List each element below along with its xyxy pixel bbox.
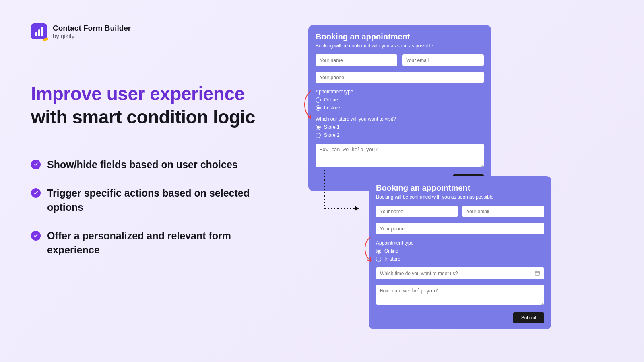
bullet-text: Show/hide fields based on user choices — [47, 158, 238, 172]
bullet-text: Offer a personalized and relevant form e… — [47, 229, 277, 257]
brand-byline: by qikify — [53, 33, 131, 39]
check-icon — [31, 188, 41, 198]
email-input[interactable] — [402, 54, 484, 66]
appointment-type-label: Appointment type — [316, 89, 484, 95]
headline-accent: Improve user experience — [31, 83, 285, 105]
brand-logo-icon — [31, 23, 47, 39]
radio-icon — [316, 105, 321, 111]
radio-store2[interactable]: Store 2 — [316, 132, 484, 138]
resize-handle-icon — [479, 164, 483, 167]
check-icon — [31, 231, 41, 241]
radio-icon — [316, 97, 321, 103]
feature-bullets: Show/hide fields based on user choices T… — [31, 158, 277, 272]
appointment-type-label: Appointment type — [376, 240, 544, 246]
radio-instore[interactable]: In store — [316, 105, 484, 111]
help-textarea[interactable] — [376, 285, 544, 305]
radio-instore[interactable]: In store — [376, 256, 544, 262]
brand-title: Contact Form Builder — [53, 24, 131, 33]
form-card-online: Booking an appointment Booking will be c… — [369, 176, 551, 329]
relation-arrow-icon — [300, 89, 316, 121]
radio-label: Store 2 — [324, 132, 340, 138]
radio-online[interactable]: Online — [316, 97, 484, 103]
form-title: Booking an appointment — [376, 183, 544, 193]
email-input[interactable] — [462, 206, 544, 217]
check-icon — [31, 160, 41, 169]
form-subtitle: Booking will be confirmed with you as so… — [316, 43, 484, 49]
store-label: Which our store will you want to visit? — [316, 116, 484, 122]
radio-label: Online — [384, 248, 398, 254]
phone-input[interactable] — [316, 72, 484, 83]
radio-label: Store 1 — [324, 124, 340, 130]
form-title: Booking an appointment — [316, 32, 484, 41]
bullet-text: Trigger specific actions based on select… — [47, 186, 277, 214]
radio-store1[interactable]: Store 1 — [316, 124, 484, 130]
submit-button[interactable]: Submit — [513, 312, 544, 323]
radio-label: In store — [324, 105, 340, 111]
help-textarea[interactable] — [316, 144, 484, 167]
name-input[interactable] — [316, 54, 397, 66]
calendar-icon — [535, 270, 540, 276]
name-input[interactable] — [376, 206, 458, 217]
time-input[interactable] — [376, 267, 544, 279]
radio-icon — [316, 133, 321, 138]
phone-input[interactable] — [376, 223, 544, 234]
radio-icon — [316, 125, 321, 130]
headline-rest: with smart condition logic — [31, 106, 285, 128]
brand-block: Contact Form Builder by qikify — [31, 23, 131, 39]
relation-arrow-icon — [361, 235, 377, 265]
radio-label: In store — [384, 256, 400, 262]
form-card-instore: Booking an appointment Booking will be c… — [308, 25, 491, 191]
svg-rect-0 — [535, 272, 540, 275]
radio-icon — [376, 257, 381, 262]
radio-online[interactable]: Online — [376, 248, 544, 254]
radio-icon — [376, 249, 381, 254]
form-subtitle: Booking will be confirmed with you as so… — [376, 194, 544, 200]
resize-handle-icon — [540, 302, 543, 305]
radio-label: Online — [324, 97, 338, 103]
